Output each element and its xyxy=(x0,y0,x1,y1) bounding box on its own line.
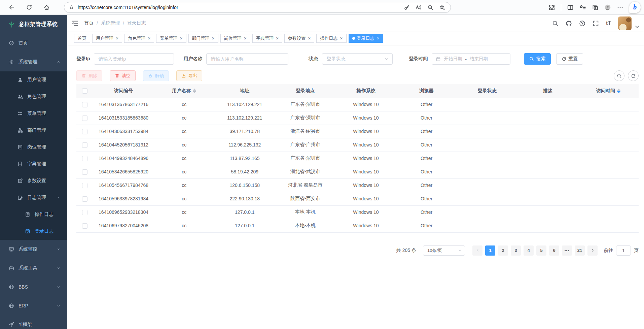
sidebar-item-operlog[interactable]: 操作日志 xyxy=(0,206,67,223)
zoom-out-icon[interactable] xyxy=(427,4,433,10)
password-key-icon[interactable] xyxy=(404,4,410,10)
sidebar-item-monitor[interactable]: 系统监控 xyxy=(0,240,67,259)
breadcrumb-item[interactable]: 首页 xyxy=(84,20,94,26)
help-icon[interactable] xyxy=(579,20,585,27)
row-checkbox[interactable] xyxy=(82,116,87,121)
sidebar-item-role[interactable]: 角色管理 xyxy=(0,88,67,105)
page-button-3[interactable]: 3 xyxy=(511,245,521,256)
page-button-5[interactable]: 5 xyxy=(536,245,546,256)
text-size-icon[interactable]: tT xyxy=(606,21,611,26)
tab-close-icon[interactable]: × xyxy=(308,36,311,40)
sidebar-item-post[interactable]: 岗位管理 xyxy=(0,139,67,156)
split-screen-icon[interactable] xyxy=(567,4,574,11)
tab-操作日志[interactable]: 操作日志× xyxy=(316,34,346,43)
bing-copilot-icon[interactable]: b xyxy=(629,2,641,13)
tab-菜单管理[interactable]: 菜单管理× xyxy=(156,34,186,43)
clear-button[interactable]: 清空 xyxy=(110,70,136,81)
prev-page-button[interactable] xyxy=(472,245,482,256)
sort-carets-icon[interactable] xyxy=(617,89,620,93)
browser-back-button[interactable] xyxy=(5,1,18,13)
sidebar-item-erp[interactable]: ERP xyxy=(0,296,67,315)
page-button-1[interactable]: 1 xyxy=(485,245,495,256)
status-select[interactable]: 登录状态 xyxy=(322,53,393,65)
tab-岗位管理[interactable]: 岗位管理× xyxy=(220,34,250,43)
breadcrumb-item[interactable]: 系统管理 xyxy=(101,20,120,26)
column-header-用户名称[interactable]: 用户名称 xyxy=(154,84,214,98)
sidebar-item-yi[interactable]: Yi框架 xyxy=(0,315,67,329)
tab-close-icon[interactable]: × xyxy=(340,36,343,40)
refresh-table-button[interactable] xyxy=(628,70,639,81)
row-checkbox[interactable] xyxy=(82,156,87,161)
sidebar-item-system[interactable]: 系统管理 xyxy=(0,53,67,71)
tab-字典管理[interactable]: 字典管理× xyxy=(252,34,282,43)
favorites-icon[interactable] xyxy=(579,4,586,11)
show-search-toggle-button[interactable] xyxy=(614,70,624,81)
collections-icon[interactable] xyxy=(592,4,599,11)
browser-profile-icon[interactable] xyxy=(604,4,611,11)
row-checkbox[interactable] xyxy=(82,196,87,202)
page-button-21[interactable]: 21 xyxy=(575,245,585,256)
header-search-icon[interactable] xyxy=(552,20,559,27)
sidebar-item-param[interactable]: 参数设置 xyxy=(0,172,67,189)
tab-参数设置[interactable]: 参数设置× xyxy=(284,34,314,43)
page-button-4[interactable]: 4 xyxy=(524,245,534,256)
browser-settings-icon[interactable] xyxy=(617,4,623,11)
select-all-checkbox[interactable] xyxy=(82,88,87,94)
fullscreen-icon[interactable] xyxy=(593,20,599,27)
add-favorite-icon[interactable] xyxy=(439,4,445,10)
tab-close-icon[interactable]: × xyxy=(116,36,118,40)
page-button-2[interactable]: 2 xyxy=(498,245,508,256)
sidebar-item-user[interactable]: 用户管理 xyxy=(0,71,67,88)
sidebar-item-tools[interactable]: 系统工具 xyxy=(0,259,67,277)
browser-home-button[interactable] xyxy=(40,1,53,13)
row-checkbox[interactable] xyxy=(82,129,87,134)
row-checkbox[interactable] xyxy=(82,183,87,188)
date-range-picker[interactable]: 开始日期 - 结束日期 xyxy=(432,53,510,65)
delete-button[interactable]: 删除 xyxy=(76,70,102,81)
tab-close-icon[interactable]: × xyxy=(244,36,247,40)
reset-button[interactable]: 重置 xyxy=(556,53,583,65)
search-button[interactable]: 搜索 xyxy=(524,53,551,65)
tab-close-icon[interactable]: × xyxy=(276,36,279,40)
username-input[interactable] xyxy=(206,53,288,65)
address-bar[interactable]: https://ccnetcore.com:1101/system/log/lo… xyxy=(64,2,451,13)
tab-close-icon[interactable]: × xyxy=(212,36,215,40)
more-pages-button[interactable]: ••• xyxy=(562,245,572,256)
github-icon[interactable] xyxy=(566,20,572,27)
tab-部门管理[interactable]: 部门管理× xyxy=(188,34,218,43)
row-checkbox[interactable] xyxy=(82,210,87,215)
browser-refresh-button[interactable] xyxy=(22,1,36,13)
sidebar-item-loginlog[interactable]: 登录日志 xyxy=(0,223,67,240)
tab-角色管理[interactable]: 角色管理× xyxy=(124,34,154,43)
tab-用户管理[interactable]: 用户管理× xyxy=(92,34,122,43)
sidebar-item-home[interactable]: 首页 xyxy=(0,34,67,53)
sidebar-collapse-icon[interactable] xyxy=(71,20,79,27)
page-button-6[interactable]: 6 xyxy=(549,245,559,256)
app-logo[interactable]: 意框架管理系统 xyxy=(0,15,67,34)
read-aloud-icon[interactable] xyxy=(416,4,422,10)
tab-登录日志[interactable]: 登录日志× xyxy=(349,34,383,43)
tab-close-icon[interactable]: × xyxy=(180,36,182,40)
sidebar-item-bbs[interactable]: BBS xyxy=(0,277,67,296)
user-avatar-menu[interactable] xyxy=(618,17,638,30)
row-checkbox[interactable] xyxy=(82,169,87,175)
extensions-icon[interactable] xyxy=(548,4,555,11)
export-button[interactable]: 导出 xyxy=(176,70,202,81)
goto-page-input[interactable] xyxy=(616,245,631,256)
unlock-button[interactable]: 解锁 xyxy=(143,70,169,81)
tab-close-icon[interactable]: × xyxy=(148,36,150,40)
sidebar-item-dict[interactable]: 字典管理 xyxy=(0,156,67,172)
page-size-select[interactable]: 10条/页 xyxy=(423,245,465,256)
next-page-button[interactable] xyxy=(587,245,598,256)
sort-carets-icon[interactable] xyxy=(193,89,196,93)
sidebar-item-menu[interactable]: 菜单管理 xyxy=(0,105,67,122)
column-header-访问时间[interactable]: 访问时间 xyxy=(578,84,639,98)
row-checkbox[interactable] xyxy=(82,102,87,107)
tab-close-icon[interactable]: × xyxy=(377,36,380,40)
tab-首页[interactable]: 首页 xyxy=(74,34,90,43)
row-checkbox[interactable] xyxy=(82,223,87,229)
row-checkbox[interactable] xyxy=(82,142,87,148)
sidebar-item-dept[interactable]: 部门管理 xyxy=(0,122,67,139)
login-ip-input[interactable] xyxy=(94,53,174,65)
sidebar-item-log[interactable]: 日志管理 xyxy=(0,189,67,206)
